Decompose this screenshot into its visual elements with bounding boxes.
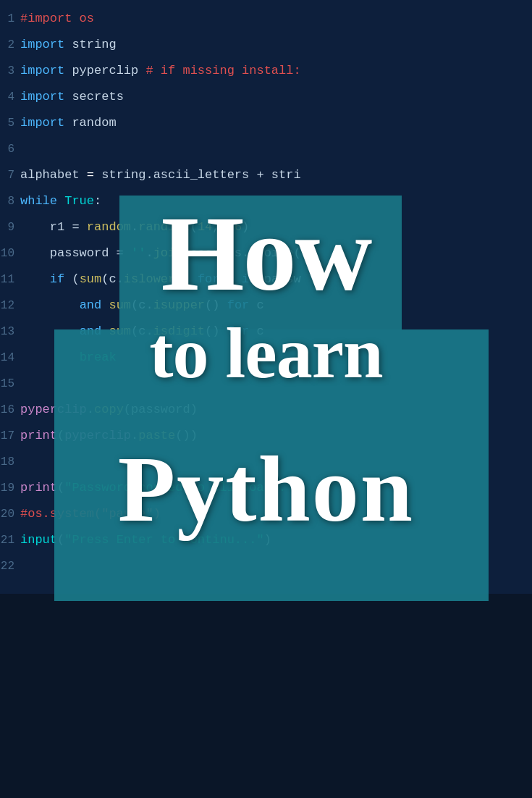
code-line-4: 4 import secrets: [0, 84, 532, 110]
code-content: import pyperclip # if missing install:: [20, 58, 301, 84]
code-content: #import os: [20, 6, 94, 32]
code-line-5: 5 import random: [0, 110, 532, 136]
code-line-3: 3 import pyperclip # if missing install:: [0, 58, 532, 84]
code-line-7: 7 alphabet = string.ascii_letters + stri: [0, 162, 532, 188]
code-content: alphabet = string.ascii_letters + stri: [20, 162, 301, 188]
line-number: 7: [0, 162, 20, 188]
code-line-1: 1 #import os: [0, 6, 532, 32]
line-number: 16: [0, 397, 20, 423]
line-number: 5: [0, 110, 20, 136]
title-python: Python: [0, 434, 532, 543]
line-number: 2: [0, 32, 20, 58]
line-number: 22: [0, 553, 20, 579]
title-to-learn: to learn: [0, 311, 532, 395]
line-number: 4: [0, 84, 20, 110]
line-number: 3: [0, 58, 20, 84]
code-content: import random: [20, 110, 117, 136]
code-content: [20, 553, 28, 579]
title-how: How: [0, 192, 532, 315]
bottom-dark-area: [0, 594, 532, 798]
code-line-6: 6: [0, 136, 532, 162]
code-content: [20, 136, 28, 162]
code-content: import secrets: [20, 84, 124, 110]
line-number: 6: [0, 136, 20, 162]
code-line-2: 2 import string: [0, 32, 532, 58]
code-content: import string: [20, 32, 117, 58]
line-number: 1: [0, 6, 20, 32]
